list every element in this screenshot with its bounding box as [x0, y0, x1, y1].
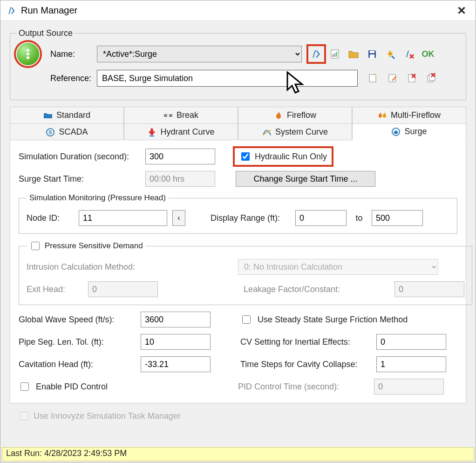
svg-point-21 — [151, 128, 153, 130]
tab-break[interactable]: Break — [124, 107, 238, 123]
tab-surge[interactable]: Surge — [352, 123, 466, 140]
svg-rect-5 — [334, 53, 335, 57]
svg-rect-7 — [370, 51, 374, 53]
pipe-seg-input[interactable] — [141, 334, 211, 350]
tabs: Standard Break Fireflow Multi-Fireflow S… — [10, 107, 466, 140]
delete-doc-icon[interactable] — [405, 71, 419, 85]
simulation-monitoring-group: Simulation Monitoring (Pressure Head) No… — [19, 193, 457, 234]
svg-rect-9 — [369, 75, 376, 82]
delete-docs-icon[interactable] — [425, 71, 439, 85]
run-tool-icon[interactable] — [309, 47, 323, 61]
svg-rect-8 — [370, 54, 374, 58]
surge-panel: Simulation Duration (second): Hydraulic … — [10, 140, 466, 403]
hydraulic-run-only-label: Hydraulic Run Only — [255, 152, 327, 162]
intrusion-select: 0: No Intrusion Calculation — [238, 259, 438, 275]
reference-label: Reference: — [50, 74, 97, 83]
close-button[interactable]: ✕ — [453, 4, 470, 17]
titlebar: Run Manager ✕ — [0, 0, 476, 21]
tab-scada[interactable]: S SCADA — [10, 123, 124, 140]
exit-head-label: Exit Head: — [27, 285, 82, 294]
to-label: to — [352, 213, 366, 223]
tool-x-icon[interactable] — [402, 47, 416, 61]
break-icon — [163, 111, 173, 120]
sim-duration-input[interactable] — [145, 149, 215, 164]
surge-start-label: Surge Start Time: — [19, 174, 140, 184]
enable-pid-checkbox[interactable] — [20, 382, 29, 391]
use-steady-checkbox[interactable] — [242, 315, 251, 324]
svg-rect-20 — [150, 136, 154, 136]
open-folder-icon[interactable] — [347, 47, 360, 61]
sim-duration-label: Simulation Duration (second): — [19, 152, 140, 162]
tab-label: Hydrant Curve — [160, 127, 214, 137]
intrusion-label: Intrusion Calculation Method: — [27, 262, 148, 272]
reference-row: Reference: — [17, 70, 459, 87]
name-select[interactable]: *Active*:Surge — [97, 46, 302, 62]
surge-icon — [391, 127, 401, 136]
tab-label: SCADA — [59, 127, 88, 137]
tab-label: Break — [177, 110, 198, 120]
display-range-to-input[interactable] — [372, 210, 423, 226]
tab-standard[interactable]: Standard — [10, 107, 124, 123]
time-steps-label: Time Steps for Cavity Collapse: — [240, 360, 371, 369]
scada-icon: S — [46, 128, 55, 137]
tab-label: Standard — [56, 110, 90, 120]
change-surge-start-button[interactable]: Change Surge Start Time ... — [236, 171, 375, 187]
svg-point-2 — [27, 56, 29, 59]
tab-fireflow[interactable]: Fireflow — [238, 107, 352, 123]
tab-system-curve[interactable]: System Curve — [238, 123, 352, 140]
name-label: Name: — [50, 49, 97, 59]
global-wave-input[interactable] — [141, 312, 211, 327]
curve-icon — [262, 128, 272, 137]
enable-pid-label: Enable PID Control — [36, 382, 138, 392]
display-range-from-input[interactable] — [295, 210, 347, 226]
tab-hydrant-curve[interactable]: Hydrant Curve — [124, 123, 238, 140]
tab-multi-fireflow[interactable]: Multi-Fireflow — [352, 107, 466, 123]
reference-input[interactable] — [97, 70, 358, 87]
pipe-seg-label: Pipe Seg. Len. Tol. (ft): — [19, 337, 135, 347]
tab-label: Surge — [404, 127, 427, 136]
new-doc-icon[interactable] — [366, 71, 380, 85]
folder-icon — [43, 111, 53, 120]
tab-label: Multi-Fireflow — [391, 110, 441, 120]
svg-rect-15 — [169, 114, 172, 117]
pressure-sensitive-demand-group: Pressure Sensitive Demand Intrusion Calc… — [19, 240, 472, 305]
node-id-input[interactable] — [79, 210, 167, 226]
psd-legend: Pressure Sensitive Demand — [27, 240, 146, 252]
simulation-monitoring-legend: Simulation Monitoring (Pressure Head) — [27, 193, 169, 203]
ok-button[interactable]: OK — [421, 47, 435, 61]
svg-point-0 — [27, 49, 29, 52]
node-id-label: Node ID: — [27, 213, 73, 223]
tab-label: Fireflow — [287, 110, 316, 120]
save-icon[interactable] — [365, 47, 379, 61]
flame-icon — [274, 111, 283, 120]
svg-text:S: S — [49, 129, 52, 135]
hydrant-icon — [147, 128, 156, 137]
psd-label: Pressure Sensitive Demand — [45, 241, 143, 251]
svg-rect-14 — [164, 114, 167, 117]
cv-setting-label: CV Setting for Inertial Effects: — [240, 337, 371, 347]
node-id-picker-button[interactable]: ‹ — [172, 210, 185, 226]
cavitation-head-label: Cavitation Head (ft): — [19, 360, 135, 369]
psd-checkbox[interactable] — [31, 242, 40, 250]
report-icon[interactable] — [328, 47, 342, 61]
pid-time-input — [374, 379, 444, 395]
multi-flame-icon — [378, 111, 387, 120]
output-source-legend: Output Source — [17, 28, 75, 38]
edit-doc-icon[interactable] — [386, 71, 400, 85]
time-steps-input[interactable] — [376, 356, 446, 372]
lightning-run-icon[interactable] — [384, 47, 398, 61]
svg-point-1 — [27, 53, 29, 55]
cv-setting-input[interactable] — [376, 334, 446, 350]
svg-rect-4 — [333, 54, 333, 57]
pid-time-label: PID Control Time (second): — [238, 382, 368, 392]
cavitation-head-input[interactable] — [141, 356, 211, 372]
tab-label: System Curve — [275, 127, 328, 137]
svg-rect-6 — [336, 52, 337, 57]
hydraulic-run-only-checkbox[interactable] — [241, 152, 250, 161]
hydraulic-run-only-group: Hydraulic Run Only — [236, 149, 331, 164]
footer-options: Use Innovyze Simulation Task Manager — [10, 404, 466, 428]
use-innovyze-label: Use Innovyze Simulation Task Manager — [34, 411, 181, 421]
window-title: Run Manager — [21, 5, 453, 16]
leakage-label: Leakage Factor/Constant: — [244, 285, 351, 294]
use-steady-label: Use Steady State Surge Friction Method — [258, 315, 408, 325]
